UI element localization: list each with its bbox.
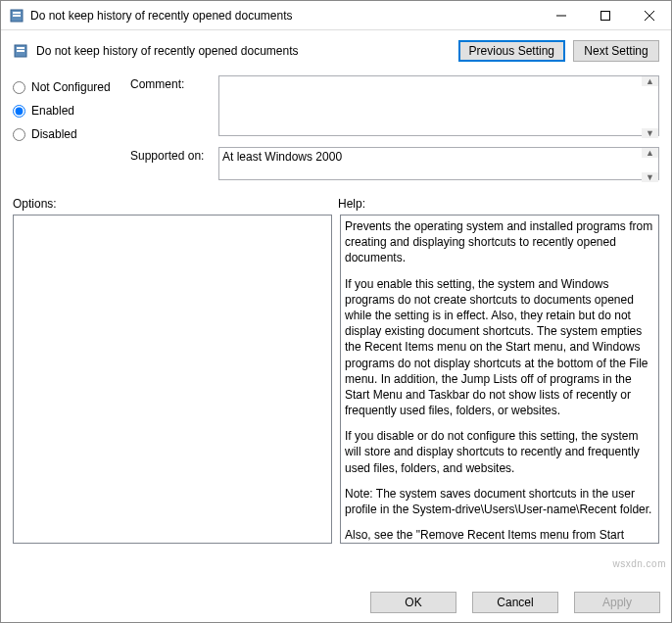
previous-setting-button[interactable]: Previous Setting <box>458 40 565 62</box>
supported-textarea <box>218 147 659 180</box>
cancel-button[interactable]: Cancel <box>472 592 558 613</box>
policy-icon <box>9 8 24 24</box>
next-setting-button[interactable]: Next Setting <box>573 40 659 62</box>
help-text: Note: The system saves document shortcut… <box>345 486 654 517</box>
radio-not-configured[interactable]: Not Configured <box>13 75 130 99</box>
policy-title: Do not keep history of recently opened d… <box>36 44 451 58</box>
help-text: Prevents the operating system and instal… <box>345 218 654 266</box>
radio-enabled[interactable]: Enabled <box>13 99 130 122</box>
scroll-up-icon[interactable]: ▲ <box>642 76 658 86</box>
apply-button[interactable]: Apply <box>574 592 660 613</box>
scroll-up-icon[interactable]: ▲ <box>642 148 658 158</box>
supported-label: Supported on: <box>130 147 218 183</box>
help-text: If you enable this setting, the system a… <box>345 276 654 419</box>
maximize-button[interactable] <box>583 1 627 29</box>
scroll-down-icon[interactable]: ▼ <box>642 172 658 182</box>
help-label: Help: <box>338 197 365 211</box>
titlebar: Do not keep history of recently opened d… <box>1 1 671 30</box>
window-title: Do not keep history of recently opened d… <box>30 9 539 23</box>
footer: OK Cancel Apply <box>362 592 660 613</box>
comment-label: Comment: <box>130 75 218 139</box>
svg-rect-4 <box>600 11 609 20</box>
svg-rect-9 <box>17 50 24 52</box>
options-label: Options: <box>13 197 338 211</box>
radio-group: Not Configured Enabled Disabled <box>13 75 130 191</box>
help-text: If you disable or do not configure this … <box>345 428 654 476</box>
minimize-button[interactable] <box>539 1 583 29</box>
comment-textarea[interactable] <box>218 75 659 136</box>
scroll-down-icon[interactable]: ▼ <box>642 128 658 138</box>
help-text: Also, see the "Remove Recent Items menu … <box>345 527 654 544</box>
watermark: wsxdn.com <box>612 558 666 569</box>
radio-disabled[interactable]: Disabled <box>13 122 130 146</box>
close-button[interactable] <box>627 1 671 29</box>
ok-button[interactable]: OK <box>370 592 456 613</box>
options-panel <box>13 215 332 544</box>
policy-icon <box>13 43 28 59</box>
svg-rect-1 <box>13 12 21 14</box>
svg-rect-2 <box>13 15 21 17</box>
help-panel[interactable]: Prevents the operating system and instal… <box>340 215 659 544</box>
svg-rect-8 <box>17 47 24 49</box>
header: Do not keep history of recently opened d… <box>1 30 671 75</box>
